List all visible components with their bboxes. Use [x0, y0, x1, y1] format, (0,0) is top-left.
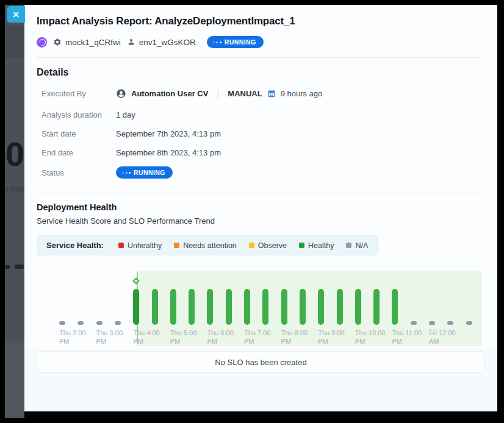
health-bar-healthy[interactable]: [207, 289, 213, 325]
legend-swatch-icon: [174, 243, 179, 248]
health-bar-na[interactable]: [466, 321, 472, 325]
service-name: mock1_qCRfwi: [65, 38, 121, 47]
legend-title: Service Health:: [46, 241, 104, 250]
health-bar-healthy[interactable]: [392, 289, 398, 325]
service-name-item[interactable]: mock1_qCRfwi: [53, 38, 121, 47]
legend-label: N/A: [355, 241, 368, 250]
health-bar-healthy[interactable]: [170, 289, 176, 325]
status-badge-label: RUNNING: [225, 38, 256, 46]
x-axis-tick-label: Thu 8:00 PM: [281, 329, 308, 346]
details-row: Analysis duration1 day: [37, 105, 485, 124]
details-value: September 8th 2023, 4:13 pm: [116, 148, 221, 157]
report-meta-row: mock1_qCRfwi env1_wGsKOR RUNNING: [37, 36, 485, 48]
background-page-fragment: [15, 265, 24, 269]
health-bar-na[interactable]: [411, 321, 417, 325]
details-table: Executed By Automation User CV | MANUAL …: [37, 84, 485, 183]
calendar-icon: [267, 90, 276, 98]
status-badge: RUNNING: [207, 36, 264, 48]
legend-label: Unhealthy: [128, 241, 162, 250]
health-bar-healthy[interactable]: [355, 289, 361, 325]
user-avatar-icon: [116, 88, 126, 99]
service-health-legend: Service Health: UnhealthyNeeds attention…: [37, 235, 378, 255]
slo-section: No SLO has been created: [24, 349, 497, 411]
legend-items: UnhealthyNeeds attentionObserveHealthyN/…: [118, 241, 368, 250]
legend-item: Observe: [249, 241, 287, 250]
health-bar-healthy[interactable]: [244, 289, 250, 325]
x-axis-tick-label: Thu 7:00 PM: [244, 329, 270, 346]
impact-analysis-report-drawer: Impact Analysis Report: AnalyzeDeploymen…: [24, 5, 497, 411]
no-slo-message: No SLO has been created: [215, 358, 306, 367]
close-drawer-button[interactable]: ✕: [7, 6, 25, 23]
running-dots-icon: [122, 172, 131, 174]
legend-swatch-icon: [118, 243, 124, 248]
deployment-health-heading: Deployment Health: [37, 202, 485, 212]
details-row-status: Status RUNNING: [37, 162, 485, 183]
health-bar-na[interactable]: [115, 321, 121, 325]
legend-label: Needs attention: [183, 241, 237, 250]
x-axis-tick-label: Fri 12:00 AM: [429, 329, 455, 346]
service-avatar-icon: [37, 37, 47, 48]
service-health-chart[interactable]: Thu 2:00 PMThu 3:00 PMThu 4:00 PMThu 5:0…: [37, 260, 485, 349]
health-bar-na[interactable]: [96, 321, 103, 325]
health-bar-healthy[interactable]: [337, 289, 343, 325]
background-partial-text: o expa: [5, 184, 24, 193]
details-label: Start date: [41, 129, 116, 138]
details-row: Start dateSeptember 7th 2023, 4:13 pm: [37, 124, 485, 143]
health-bar-healthy[interactable]: [189, 289, 195, 325]
background-page-fragment: [5, 127, 24, 127]
x-axis-tick-label: Thu 11:00 PM: [392, 329, 422, 346]
page-title: Impact Analysis Report: AnalyzeDeploymen…: [37, 15, 483, 27]
details-value: 1 day: [116, 110, 135, 119]
x-axis-tick-label: Thu 4:00 PM: [133, 329, 159, 346]
background-page-fragment: [5, 265, 10, 269]
status-badge: RUNNING: [116, 166, 173, 179]
details-label: Analysis duration: [41, 110, 116, 119]
section-divider: [35, 193, 482, 193]
gear-icon: [53, 38, 62, 46]
health-bar-healthy[interactable]: [226, 289, 232, 325]
details-value: September 7th 2023, 4:13 pm: [116, 129, 221, 138]
health-bar-healthy[interactable]: [318, 289, 324, 325]
header-divider: [35, 57, 482, 58]
health-bar-healthy[interactable]: [281, 289, 287, 325]
executed-time-ago: 9 hours ago: [281, 89, 323, 98]
details-label: Executed By: [41, 89, 116, 98]
details-label: End date: [41, 148, 116, 157]
legend-swatch-icon: [299, 243, 304, 248]
environment-name-item[interactable]: env1_wGsKOR: [127, 38, 196, 47]
details-row: End dateSeptember 8th 2023, 4:13 pm: [37, 143, 485, 162]
health-bar-na[interactable]: [447, 321, 453, 325]
status-badge-label: RUNNING: [134, 169, 165, 176]
legend-label: Observe: [258, 241, 287, 250]
health-bar-healthy[interactable]: [373, 289, 380, 325]
legend-item: N/A: [346, 241, 368, 250]
legend-swatch-icon: [346, 243, 351, 248]
x-axis-tick-label: Thu 5:00 PM: [170, 329, 196, 346]
health-bar-healthy[interactable]: [133, 289, 139, 325]
legend-item: Healthy: [299, 241, 334, 250]
health-bar-healthy[interactable]: [262, 289, 268, 325]
chart-subtitle: Service Health Score and SLO Performance…: [37, 216, 485, 226]
environment-icon: [127, 38, 135, 46]
details-row-executed-by: Executed By Automation User CV | MANUAL …: [37, 84, 485, 103]
health-bar-healthy[interactable]: [152, 289, 158, 325]
legend-swatch-icon: [249, 243, 254, 248]
close-icon: ✕: [12, 10, 20, 20]
running-dots-icon: [213, 41, 221, 43]
health-bar-na[interactable]: [429, 321, 435, 325]
health-bar-na[interactable]: [77, 321, 84, 325]
legend-label: Healthy: [308, 241, 334, 250]
environment-name: env1_wGsKOR: [139, 38, 196, 47]
x-axis-tick-label: Thu 2:00 PM: [59, 329, 85, 346]
health-bar-healthy[interactable]: [300, 289, 306, 325]
screenshot-frame: 0 o expa ✕ Impact Analysis Report: Analy…: [0, 0, 504, 423]
background-page-fragment: [5, 341, 24, 418]
value-divider: |: [217, 88, 219, 99]
health-bar-na[interactable]: [59, 321, 65, 325]
background-metric-number: 0: [5, 134, 24, 174]
dimmed-background-page: 0 o expa: [5, 5, 24, 418]
legend-item: Needs attention: [174, 241, 237, 250]
details-simple-rows: Analysis duration1 dayStart dateSeptembe…: [37, 105, 485, 162]
trigger-type: MANUAL: [228, 89, 262, 98]
details-heading: Details: [37, 67, 485, 78]
